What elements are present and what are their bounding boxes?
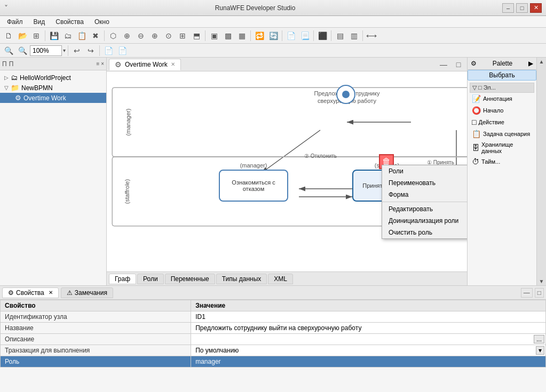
table-row[interactable]: Транзакция для выполнения По умолчанию ▾ [1, 345, 546, 356]
toolbar-icon15[interactable]: ▣ [208, 29, 220, 42]
left-panel: П Π ≡ × ▷ 🗂 HelloWorldProject ▽ 📁 NewBPM… [0, 58, 107, 285]
toolbar-icon8[interactable]: ⬡ [107, 29, 120, 42]
palette-annotation[interactable]: 📝 Аннотация [470, 93, 534, 105]
folder-icon: 📁 [11, 84, 19, 92]
prop-value-1: Предложить сотруднику выйти на сверхуроч… [191, 323, 546, 334]
delete-button[interactable]: ✖ [89, 29, 102, 42]
tree-item-newbpmn[interactable]: ▽ 📁 NewBPMN [0, 83, 106, 93]
toolbar-icon17[interactable]: ▦ [235, 29, 248, 42]
panel-collapse[interactable]: ≡ × [97, 61, 104, 67]
toolbar-icon25[interactable]: ⟷ [365, 29, 378, 42]
palette-storage[interactable]: 🗄 Хранилище данных [470, 140, 534, 156]
tree-item-hello[interactable]: ▷ 🗂 HelloWorldProject [0, 73, 106, 83]
toolbar-icon11[interactable]: ⊕ [148, 29, 161, 42]
menu-file[interactable]: Файл [2, 17, 28, 27]
props-tab-properties[interactable]: ⚙ Свойства ✕ [2, 287, 59, 298]
palette-start[interactable]: ⭕ Начало [470, 105, 534, 116]
sep10 [99, 45, 100, 56]
tab-datatypes[interactable]: Типы данных [216, 274, 267, 284]
panel-tab-1[interactable]: П [2, 60, 7, 68]
zoom-input[interactable]: 100% [30, 45, 62, 56]
task-reject[interactable]: Ознакомиться с отказом [219, 170, 288, 202]
toolbar-icon21[interactable]: 📃 [298, 29, 311, 42]
scroll-up-btn[interactable]: ▲ [539, 59, 544, 65]
prop-name-2: Описание [1, 334, 191, 345]
props-min-btn[interactable]: — [521, 288, 533, 298]
toolbar-icon22[interactable]: ⬛ [316, 29, 329, 42]
prop-dropdown-btn[interactable]: ▾ [536, 346, 544, 355]
project-icon: 🗂 [11, 74, 18, 82]
panel-max-btn[interactable]: □ [452, 58, 465, 71]
tab-roles[interactable]: Роли [137, 274, 164, 284]
tree-item-overtime[interactable]: ⚙ Overtime Work [0, 93, 106, 103]
canvas-area[interactable]: (manager) (staffrole) Предложить сотрудн… [107, 71, 467, 271]
panel-tab-2[interactable]: Π [9, 60, 14, 68]
toolbar-icon14[interactable]: ⬒ [190, 29, 203, 42]
save-all-button[interactable]: 🗂 [61, 29, 74, 42]
maximize-button[interactable]: □ [516, 3, 528, 13]
new-button[interactable]: 🗋 [2, 29, 15, 42]
menu-window[interactable]: Окно [90, 17, 114, 27]
toolbar-icon19[interactable]: 🔄 [267, 29, 280, 42]
palette-timer[interactable]: ⏱ Тайм... [470, 156, 534, 167]
editor-tab-overtime[interactable]: ⚙ Overtime Work ✕ [109, 59, 181, 70]
redo-button[interactable]: ↪ [84, 44, 97, 57]
undo-button[interactable]: ↩ [70, 44, 83, 57]
toolbar-icon16[interactable]: ▩ [221, 29, 234, 42]
title-chevron-icon: ˅ [4, 4, 8, 12]
scroll-down-btn[interactable]: ▼ [539, 278, 544, 284]
menu-view[interactable]: Вид [29, 17, 50, 27]
table-row[interactable]: Описание ... [1, 334, 546, 345]
toolbar-icon20[interactable]: 📄 [284, 29, 297, 42]
props-tab-remarks[interactable]: ⚠ Замечания [61, 287, 113, 298]
prop-ellipsis-btn[interactable]: ... [534, 335, 544, 343]
props-tab-close[interactable]: ✕ [49, 290, 53, 295]
ctx-roles[interactable]: Роли ✓ manager staffrole [382, 165, 467, 177]
palette-events-header[interactable]: ▽ □ Эл... [470, 83, 534, 93]
properties-panel: ⚙ Свойства ✕ ⚠ Замечания — □ Свойство Зн… [0, 285, 546, 392]
ctx-deinit[interactable]: Доинициализация роли [382, 215, 467, 227]
ctx-clear[interactable]: Очистить роль [382, 227, 467, 238]
palette-action[interactable]: □ Действие [470, 116, 534, 128]
toolbar-icon23[interactable]: ▤ [334, 29, 346, 42]
toolbar-icon6[interactable]: 📋 [75, 29, 88, 42]
table-row-selected[interactable]: Роль manager [1, 356, 546, 367]
close-button[interactable]: ✕ [530, 3, 542, 13]
toolbar-icon24[interactable]: ▥ [347, 29, 360, 42]
table-row[interactable]: Название Предложить сотруднику выйти на … [1, 323, 546, 334]
start-event-node[interactable] [336, 85, 355, 104]
palette-scenario[interactable]: 📋 Задача сценария [470, 128, 534, 140]
editor-tab-close[interactable]: ✕ [171, 61, 175, 67]
toolbar-icon10[interactable]: ⊖ [134, 29, 147, 42]
ctx-rename[interactable]: Переименовать [382, 177, 467, 189]
table-row[interactable]: Идентификатор узла ID1 [1, 311, 546, 323]
sep6 [313, 30, 314, 41]
tree-toggle-newbpmn[interactable]: ▽ [4, 85, 9, 91]
open-button[interactable]: 📂 [16, 29, 29, 42]
tab-variables[interactable]: Переменные [165, 274, 215, 284]
zoom-reset-button[interactable]: 🔍 [16, 44, 29, 57]
tab-graph[interactable]: Граф [109, 274, 136, 284]
palette-expand[interactable]: ▶ [528, 60, 533, 67]
tab-xml[interactable]: XML [268, 274, 293, 284]
ctx-form[interactable]: Форма [382, 189, 467, 201]
toolbar-icon3[interactable]: ⊞ [30, 29, 43, 42]
minimize-button[interactable]: – [502, 3, 514, 13]
zoom-dropdown[interactable]: ▾ [63, 47, 66, 53]
toolbar-icon9[interactable]: ⊕ [121, 29, 133, 42]
props-max-btn[interactable]: □ [535, 288, 544, 298]
toolbar-icon13[interactable]: ⊞ [176, 29, 189, 42]
save-button[interactable]: 💾 [48, 29, 60, 42]
tb2-icon3[interactable]: 📄 [102, 44, 115, 57]
panel-min-btn[interactable]: — [437, 58, 450, 71]
palette-select-btn[interactable]: Выбрать [468, 70, 536, 81]
palette-scenario-label: Задача сценария [483, 131, 530, 137]
tb2-icon4[interactable]: 📄 [116, 44, 129, 57]
left-panel-tabs: П Π ≡ × [0, 58, 106, 70]
zoom-out-button[interactable]: 🔍 [2, 44, 15, 57]
tree-toggle-hello[interactable]: ▷ [4, 75, 9, 81]
menu-properties[interactable]: Свойства [51, 17, 89, 27]
toolbar-icon12[interactable]: ⊙ [162, 29, 175, 42]
ctx-edit[interactable]: Редактировать [382, 203, 467, 215]
toolbar-icon18[interactable]: 🔁 [253, 29, 266, 42]
